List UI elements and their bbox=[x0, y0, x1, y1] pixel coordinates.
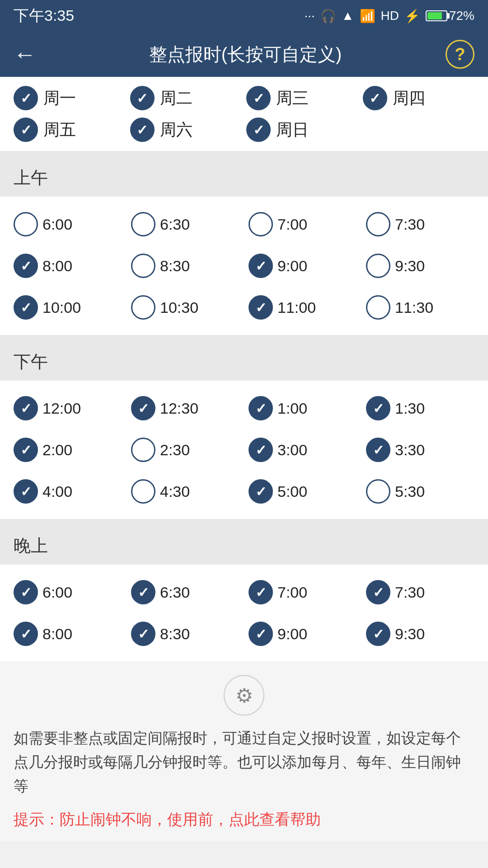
time-checkbox-0-8 bbox=[14, 295, 38, 320]
time-checkbox-1-7 bbox=[366, 438, 390, 462]
time-item-1-8[interactable]: 4:00 bbox=[9, 473, 127, 510]
time-item-1-2[interactable]: 1:00 bbox=[244, 390, 361, 427]
time-item-0-3[interactable]: 7:30 bbox=[361, 206, 479, 243]
time-label-1-3: 1:30 bbox=[395, 400, 425, 417]
wifi-icon: ▲ bbox=[342, 9, 354, 23]
time-item-2-0[interactable]: 6:00 bbox=[9, 574, 127, 611]
time-label-1-11: 5:30 bbox=[395, 483, 425, 500]
time-item-0-6[interactable]: 9:00 bbox=[244, 247, 361, 284]
time-label-1-0: 12:00 bbox=[42, 400, 81, 417]
time-item-0-5[interactable]: 8:30 bbox=[127, 247, 244, 284]
status-bar: 下午3:35 ··· 🎧 ▲ 📶 HD ⚡ 72% bbox=[0, 0, 488, 32]
bottom-tip[interactable]: 提示：防止闹钟不响，使用前，点此查看帮助 bbox=[14, 807, 474, 831]
separator-0 bbox=[0, 335, 488, 343]
time-item-0-7[interactable]: 9:30 bbox=[361, 247, 479, 284]
time-checkbox-1-2 bbox=[249, 396, 273, 420]
day-item-周日[interactable]: 周日 bbox=[246, 118, 358, 142]
time-label-1-10: 5:00 bbox=[277, 483, 307, 500]
headphone-icon: 🎧 bbox=[320, 9, 336, 24]
day-label-周五: 周五 bbox=[43, 119, 76, 141]
charging-icon: ⚡ bbox=[404, 9, 420, 24]
time-item-2-7[interactable]: 9:30 bbox=[361, 615, 479, 652]
day-checkbox-周日 bbox=[246, 118, 271, 142]
time-checkbox-1-3 bbox=[366, 396, 390, 420]
day-label-周三: 周三 bbox=[276, 87, 309, 109]
status-icons: ··· 🎧 ▲ 📶 HD ⚡ 72% bbox=[304, 9, 474, 24]
times-section-1: 12:0012:301:001:302:002:303:003:304:004:… bbox=[0, 381, 488, 519]
time-item-2-3[interactable]: 7:30 bbox=[361, 574, 479, 611]
signal-bars-icon: 📶 bbox=[360, 9, 375, 24]
time-item-2-1[interactable]: 6:30 bbox=[127, 574, 244, 611]
day-item-周三[interactable]: 周三 bbox=[246, 86, 358, 110]
time-item-0-4[interactable]: 8:00 bbox=[9, 247, 127, 284]
time-item-1-6[interactable]: 3:00 bbox=[244, 431, 361, 468]
day-checkbox-周三 bbox=[246, 86, 271, 110]
time-checkbox-2-6 bbox=[249, 622, 273, 646]
time-item-0-0[interactable]: 6:00 bbox=[9, 206, 127, 243]
time-checkbox-1-10 bbox=[249, 479, 273, 504]
time-label-1-9: 4:30 bbox=[160, 483, 190, 500]
time-checkbox-0-1 bbox=[131, 212, 155, 236]
time-checkbox-2-3 bbox=[366, 580, 390, 604]
time-item-1-4[interactable]: 2:00 bbox=[9, 431, 127, 468]
time-item-0-2[interactable]: 7:00 bbox=[244, 206, 361, 243]
time-checkbox-2-1 bbox=[131, 580, 155, 604]
time-item-1-1[interactable]: 12:30 bbox=[127, 390, 244, 427]
days-section: 周一周二周三周四周五周六周日 bbox=[0, 77, 488, 151]
day-label-周二: 周二 bbox=[160, 87, 192, 109]
times-grid-0: 6:006:307:007:308:008:309:009:3010:0010:… bbox=[9, 201, 479, 330]
time-checkbox-0-3 bbox=[366, 212, 390, 236]
time-item-1-10[interactable]: 5:00 bbox=[244, 473, 361, 510]
separator-days bbox=[0, 151, 488, 159]
time-item-0-8[interactable]: 10:00 bbox=[9, 289, 127, 326]
time-label-1-4: 2:00 bbox=[42, 441, 72, 459]
time-label-2-4: 8:00 bbox=[42, 625, 72, 643]
time-item-0-11[interactable]: 11:30 bbox=[361, 289, 479, 326]
help-button[interactable]: ? bbox=[446, 40, 474, 69]
battery-percent: 72% bbox=[449, 9, 474, 23]
time-item-1-7[interactable]: 3:30 bbox=[361, 431, 479, 468]
time-item-0-10[interactable]: 11:00 bbox=[244, 289, 361, 326]
day-label-周六: 周六 bbox=[160, 119, 192, 141]
day-label-周四: 周四 bbox=[393, 87, 425, 109]
time-item-2-5[interactable]: 8:30 bbox=[127, 615, 244, 652]
day-item-周二[interactable]: 周二 bbox=[130, 86, 242, 110]
time-label-0-2: 7:00 bbox=[277, 216, 307, 233]
day-item-周六[interactable]: 周六 bbox=[130, 118, 242, 142]
time-checkbox-0-7 bbox=[366, 254, 390, 278]
days-grid: 周一周二周三周四周五周六周日 bbox=[14, 86, 474, 142]
day-item-周四[interactable]: 周四 bbox=[363, 86, 475, 110]
time-item-2-2[interactable]: 7:00 bbox=[244, 574, 361, 611]
time-checkbox-1-8 bbox=[14, 479, 38, 504]
time-checkbox-0-4 bbox=[14, 254, 38, 278]
time-item-1-11[interactable]: 5:30 bbox=[361, 473, 479, 510]
time-label-2-5: 8:30 bbox=[160, 625, 190, 643]
day-item-周一[interactable]: 周一 bbox=[14, 86, 126, 110]
time-item-2-4[interactable]: 8:00 bbox=[9, 615, 127, 652]
day-checkbox-周五 bbox=[14, 118, 38, 142]
time-item-1-9[interactable]: 4:30 bbox=[127, 473, 244, 510]
time-checkbox-1-11 bbox=[366, 479, 390, 504]
time-item-0-9[interactable]: 10:30 bbox=[127, 289, 244, 326]
time-label-2-6: 9:00 bbox=[277, 625, 307, 643]
time-checkbox-1-9 bbox=[131, 479, 155, 504]
section-header-1: 下午 bbox=[0, 343, 488, 381]
time-item-0-1[interactable]: 6:30 bbox=[127, 206, 244, 243]
time-label-2-1: 6:30 bbox=[160, 584, 190, 601]
time-item-1-0[interactable]: 12:00 bbox=[9, 390, 127, 427]
time-checkbox-1-0 bbox=[14, 396, 38, 420]
time-item-1-5[interactable]: 2:30 bbox=[127, 431, 244, 468]
time-label-0-3: 7:30 bbox=[395, 216, 425, 233]
time-label-0-10: 11:00 bbox=[277, 299, 316, 316]
signal-dots-icon: ··· bbox=[304, 9, 314, 23]
settings-icon: ⚙ bbox=[224, 675, 264, 716]
time-label-1-2: 1:00 bbox=[277, 400, 307, 417]
status-time: 下午3:35 bbox=[14, 5, 74, 26]
time-checkbox-1-1 bbox=[131, 396, 155, 420]
settings-button[interactable]: ⚙ bbox=[14, 675, 474, 716]
back-button[interactable]: ← bbox=[14, 41, 36, 67]
time-item-2-6[interactable]: 9:00 bbox=[244, 615, 361, 652]
day-item-周五[interactable]: 周五 bbox=[14, 118, 126, 142]
app-header: ← 整点报时(长按可自定义) ? bbox=[0, 32, 488, 77]
time-item-1-3[interactable]: 1:30 bbox=[361, 390, 479, 427]
